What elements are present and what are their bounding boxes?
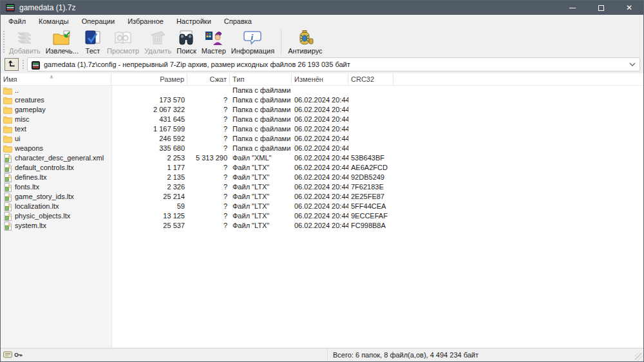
folder-icon (3, 106, 12, 114)
view-icon (113, 29, 133, 47)
add-button[interactable]: Добавить (6, 28, 43, 57)
cell-name: ui (1, 134, 111, 144)
cell-modified: 06.02.2024 20:44 (292, 153, 348, 163)
status-left-pane (1, 348, 328, 361)
menu-operations[interactable]: Операции (75, 16, 121, 26)
table-row[interactable]: weapons335 680?Папка с файлами06.02.2024… (1, 144, 643, 153)
cell-modified: 06.02.2024 20:44 (292, 115, 348, 124)
7zip-window: gamedata (1).7z ✕ Файл Команды Операции … (0, 0, 644, 362)
folder-icon (3, 97, 12, 104)
cell-packed: ? (187, 202, 230, 211)
table-row[interactable]: character_desc_general.xml2 2535 313 290… (1, 153, 643, 163)
table-row[interactable]: ui246 592?Папка с файлами06.02.2024 20:4… (1, 134, 643, 144)
menu-favorites[interactable]: Избранное (121, 16, 170, 26)
table-row[interactable]: text1 167 599?Папка с файлами06.02.2024 … (1, 124, 643, 134)
file-icon (3, 183, 12, 192)
address-grip[interactable] (21, 59, 24, 70)
cell-size: 335 680 (111, 144, 187, 153)
column-header-crc32[interactable]: CRC32 (348, 73, 393, 85)
toolbar-grip[interactable] (2, 30, 6, 54)
antivirus-icon (296, 29, 314, 47)
folder-icon (3, 87, 12, 95)
info-button[interactable]: i Информация (229, 28, 277, 57)
search-label: Поиск (176, 47, 196, 55)
file-icon (3, 164, 12, 173)
info-label: Информация (231, 47, 274, 55)
menu-help[interactable]: Справка (218, 16, 258, 26)
cell-name: fonts.ltx (1, 182, 111, 192)
table-row[interactable]: misc431 645?Папка с файлами06.02.2024 20… (1, 115, 643, 124)
close-button[interactable]: ✕ (615, 1, 643, 15)
test-button[interactable]: Тест (81, 28, 104, 57)
table-row[interactable]: system.ltx25 537?Файл "LTX"06.02.2024 20… (1, 221, 643, 231)
cell-name: gameplay (1, 105, 111, 115)
cell-modified: 06.02.2024 20:44 (292, 134, 348, 144)
table-row[interactable]: creatures173 570?Папка с файлами06.02.20… (1, 95, 643, 105)
menu-commands[interactable]: Команды (32, 16, 75, 26)
column-header-modified[interactable]: Изменён (292, 73, 348, 85)
up-one-level-button[interactable] (5, 58, 19, 71)
file-icon (3, 222, 12, 231)
delete-label: Удалить (144, 47, 171, 55)
cell-name: system.ltx (1, 221, 111, 231)
toolbar-separator (281, 30, 281, 54)
cell-name: default_controls.ltx (1, 163, 111, 173)
cell-modified: 06.02.2024 20:44 (292, 182, 348, 192)
maximize-button[interactable] (587, 1, 615, 15)
table-row[interactable]: localization.ltx59?Файл "LTX"06.02.2024 … (1, 202, 643, 211)
cell-type: Папка с файлами (230, 144, 292, 153)
column-header-size[interactable]: Размер (111, 73, 187, 85)
cell-packed: ? (187, 192, 230, 202)
column-header-type[interactable]: Тип (230, 73, 292, 85)
file-icon (3, 154, 12, 163)
column-header-packed[interactable]: Сжат (187, 73, 230, 85)
cell-modified: 06.02.2024 20:44 (292, 221, 348, 231)
table-row[interactable]: ..Папка с файлами (1, 86, 643, 95)
cell-packed: ? (187, 124, 230, 134)
table-row[interactable]: defines.ltx2 135?Файл "LTX"06.02.2024 20… (1, 173, 643, 182)
table-row[interactable]: game_story_ids.ltx25 214?Файл "LTX"06.02… (1, 192, 643, 202)
cell-name: creatures (1, 95, 111, 105)
wizard-label: Мастер (202, 47, 226, 55)
table-row[interactable]: fonts.ltx2 326?Файл "LTX"06.02.2024 20:4… (1, 182, 643, 192)
view-button[interactable]: Просмотр (104, 28, 142, 57)
cell-modified: 06.02.2024 20:44 (292, 124, 348, 134)
cell-name: text (1, 124, 111, 134)
archive-icon (32, 61, 40, 69)
minimize-icon (569, 8, 576, 8)
table-row[interactable]: default_controls.ltx1 177?Файл "LTX"06.0… (1, 163, 643, 173)
column-header-name[interactable]: Имя ∧ (1, 73, 111, 85)
info-icon: i (243, 29, 262, 47)
wizard-button[interactable]: Мастер (199, 28, 229, 57)
chevron-down-icon[interactable] (629, 62, 636, 66)
extract-button[interactable]: Извлечь... (43, 28, 81, 57)
cell-name: defines.ltx (1, 173, 111, 182)
cell-packed: ? (187, 211, 230, 221)
cell-type: Файл "LTX" (230, 202, 292, 211)
folder-icon (3, 145, 12, 153)
file-icon (3, 202, 12, 211)
resize-grip-handle[interactable] (635, 353, 643, 361)
cell-type: Файл "XML" (230, 153, 292, 163)
cell-type: Файл "LTX" (230, 182, 292, 192)
delete-icon (149, 29, 167, 47)
cell-name: .. (1, 86, 111, 95)
cell-size: 13 125 (111, 211, 187, 221)
table-row[interactable]: physic_objects.ltx13 125?Файл "LTX"06.02… (1, 211, 643, 221)
folder-up-icon (8, 59, 16, 70)
antivirus-button[interactable]: Антивирус (285, 28, 325, 57)
cell-size: 1 177 (111, 163, 187, 173)
menu-settings[interactable]: Настройки (170, 16, 218, 26)
cell-type: Папка с файлами (230, 95, 292, 105)
cell-size: 2 135 (111, 173, 187, 182)
cell-type: Файл "LTX" (230, 211, 292, 221)
cell-type: Файл "LTX" (230, 163, 292, 173)
address-combobox[interactable]: gamedata (1).7z\config - непрерывный 7-Z… (27, 57, 640, 71)
minimize-button[interactable] (558, 1, 587, 15)
table-row[interactable]: gameplay2 067 322?Папка с файлами06.02.2… (1, 105, 643, 115)
menu-file[interactable]: Файл (2, 16, 32, 26)
delete-button[interactable]: Удалить (142, 28, 174, 57)
cell-size: 246 592 (111, 134, 187, 144)
cell-type: Папка с файлами (230, 105, 292, 115)
search-button[interactable]: Поиск (174, 28, 198, 57)
